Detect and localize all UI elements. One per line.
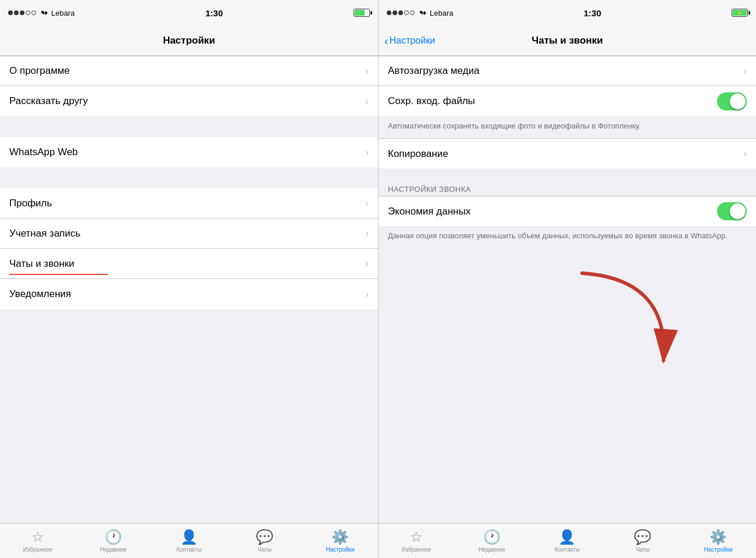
call-section-header: НАСТРОЙКИ ЗВОНКА	[379, 180, 756, 196]
right-tab-recent[interactable]: 🕐 Недавние	[454, 529, 530, 553]
menu-item-tell-friend[interactable]: Рассказать другу ›	[0, 86, 378, 116]
right-contacts-label: Контакты	[555, 546, 580, 553]
menu-item-chats[interactable]: Чаты и звонки ›	[0, 249, 378, 279]
dot3	[20, 10, 24, 15]
save-incoming-label: Сохр. вход. файлы	[388, 95, 475, 107]
menu-label-whatsapp-web: WhatsApp Web	[9, 146, 78, 158]
right-settings-label: Настройки	[704, 546, 733, 553]
rdot1	[387, 10, 391, 15]
left-status-bar: ↬ Lebara 1:30	[0, 0, 378, 26]
menu-item-save-incoming[interactable]: Сохр. вход. файлы	[379, 86, 756, 116]
left-settings-list: О программе › Рассказать другу › WhatsAp…	[0, 56, 378, 523]
chats-label: Чаты	[258, 546, 272, 553]
save-description: Автоматически сохранять входящие фото и …	[379, 116, 756, 138]
toggle-thumb-save	[730, 94, 746, 109]
tab-chats[interactable]: 💬 Чаты	[227, 529, 302, 553]
right-status-bar: ↬ Lebara 1:30 ⚡	[379, 0, 756, 26]
menu-label-account: Учетная запись	[9, 228, 80, 239]
dot2	[14, 10, 19, 15]
menu-label-chats: Чаты и звонки	[9, 258, 74, 270]
battery-fill	[355, 10, 365, 16]
left-tab-bar: ☆ Избранное 🕐 Недавние 👤 Контакты 💬 Чаты…	[0, 523, 378, 558]
back-label: Настройки	[390, 35, 435, 46]
left-panel: ↬ Lebara 1:30 Настройки О программе › Ра…	[0, 0, 378, 558]
right-chats-icon: 💬	[634, 529, 651, 545]
section-gap-2	[0, 167, 378, 188]
section-gap-1	[0, 116, 378, 137]
right-panel: ↬ Lebara 1:30 ⚡ ‹ Настройки Чаты и звонк…	[378, 0, 756, 558]
tab-favorites[interactable]: ☆ Избранное	[0, 529, 76, 553]
dot5	[31, 10, 36, 15]
carrier-label: Lebara	[51, 9, 74, 17]
menu-label-profile: Профиль	[9, 198, 52, 209]
signal-dots	[8, 10, 36, 15]
right-tab-settings[interactable]: ⚙️ Настройки	[680, 529, 756, 553]
right-tab-contacts[interactable]: 👤 Контакты	[530, 529, 605, 553]
menu-item-data-saving[interactable]: Экономия данных	[379, 196, 756, 226]
menu-item-about[interactable]: О программе ›	[0, 56, 378, 86]
chevron-whatsapp-web: ›	[365, 146, 369, 159]
right-status-right: ⚡	[732, 9, 748, 17]
chevron-profile: ›	[365, 197, 369, 209]
tab-settings[interactable]: ⚙️ Настройки	[302, 529, 378, 553]
menu-item-profile[interactable]: Профиль ›	[0, 188, 378, 219]
right-favorites-label: Избранное	[402, 546, 432, 553]
right-nav-back[interactable]: ‹ Настройки	[384, 35, 435, 46]
right-tab-chats[interactable]: 💬 Чаты	[605, 529, 680, 553]
right-contacts-icon: 👤	[558, 529, 576, 545]
rdot3	[398, 10, 403, 15]
chevron-chats: ›	[365, 257, 369, 270]
right-chats-label: Чаты	[636, 546, 650, 553]
dot4	[26, 10, 30, 15]
data-saving-toggle[interactable]	[717, 202, 747, 220]
right-nav-title: Чаты и звонки	[532, 35, 602, 46]
menu-item-notifications[interactable]: Уведомления ›	[0, 279, 378, 309]
data-saving-description: Данная опция позволяет уменьшить объем д…	[379, 226, 756, 248]
right-settings-icon: ⚙️	[709, 529, 727, 545]
left-nav-bar: Настройки	[0, 26, 378, 56]
tab-recent[interactable]: 🕐 Недавние	[76, 529, 151, 553]
chevron-autoload: ›	[743, 65, 747, 77]
recent-icon: 🕐	[105, 529, 122, 545]
charging-bolt: ⚡	[737, 10, 743, 16]
chevron-tell-friend: ›	[365, 95, 369, 108]
left-time: 1:30	[205, 8, 223, 18]
left-nav-title: Настройки	[163, 35, 215, 46]
right-settings-list: Автозагрузка медиа › Сохр. вход. файлы А…	[379, 56, 756, 523]
menu-item-copy[interactable]: Копирование ›	[379, 138, 756, 169]
chevron-account: ›	[365, 227, 369, 239]
chevron-copy: ›	[743, 148, 747, 160]
save-incoming-toggle[interactable]	[717, 92, 747, 110]
right-tab-favorites[interactable]: ☆ Избранное	[379, 529, 454, 553]
rdot4	[404, 10, 409, 15]
right-signal-dots	[387, 10, 415, 15]
right-status-left: ↬ Lebara	[387, 8, 453, 17]
menu-item-whatsapp-web[interactable]: WhatsApp Web ›	[0, 137, 378, 167]
menu-item-autoload[interactable]: Автозагрузка медиа ›	[379, 56, 756, 86]
wifi-icon: ↬	[41, 8, 48, 17]
chats-icon: 💬	[256, 529, 273, 545]
dot1	[8, 10, 13, 15]
right-nav-bar: ‹ Настройки Чаты и звонки	[379, 26, 756, 56]
menu-label-tell-friend: Рассказать другу	[9, 95, 88, 107]
tab-contacts[interactable]: 👤 Контакты	[151, 529, 227, 553]
contacts-icon: 👤	[180, 529, 198, 545]
back-arrow-icon: ‹	[384, 35, 388, 46]
menu-item-account[interactable]: Учетная запись ›	[0, 219, 378, 249]
copy-label: Копирование	[388, 148, 448, 160]
favorites-icon: ☆	[31, 529, 44, 545]
right-battery: ⚡	[732, 9, 748, 17]
data-saving-label: Экономия данных	[388, 206, 470, 217]
right-section-gap-1	[379, 169, 756, 180]
left-status-right	[354, 9, 370, 17]
rdot5	[410, 10, 415, 15]
right-recent-label: Недавние	[479, 546, 505, 553]
left-battery	[354, 9, 370, 17]
right-recent-icon: 🕐	[483, 529, 501, 545]
right-tab-bar: ☆ Избранное 🕐 Недавние 👤 Контакты 💬 Чаты…	[379, 523, 756, 558]
right-wifi-icon: ↬	[419, 8, 426, 17]
settings-icon: ⚙️	[331, 529, 349, 545]
favorites-label: Избранное	[23, 546, 53, 553]
right-time: 1:30	[584, 8, 601, 18]
autoload-label: Автозагрузка медиа	[388, 65, 480, 77]
